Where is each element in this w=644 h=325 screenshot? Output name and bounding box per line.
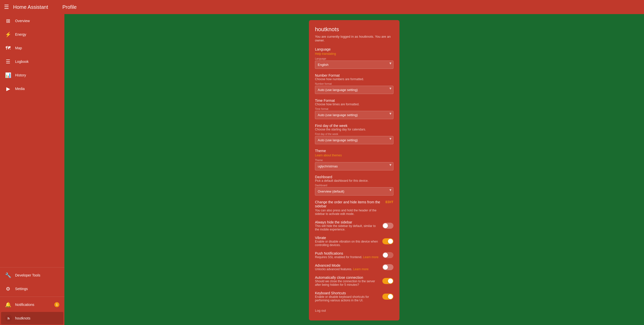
main-layout: ⊞ Overview ⚡ Energy 🗺 Map ☰ Logbook 📊 Hi… [0, 14, 644, 325]
sidebar-edit-button[interactable]: EDIT [385, 200, 393, 204]
auto-close-sublabel: Should we close the connection to the se… [315, 280, 379, 287]
time-format-sublabel: Choose how times are formatted. [315, 103, 393, 106]
sidebar-user[interactable]: h houtknots [1, 312, 63, 324]
number-format-sublabel: Choose how numbers are formatted. [315, 77, 393, 81]
language-label: Language [315, 47, 393, 51]
theme-select-wrapper: Theme uglychristmas default dark ▾ [315, 159, 393, 170]
always-hide-sidebar-text: Always hide the sidebar This will hide t… [315, 220, 379, 231]
keyboard-shortcuts-text: Keyboard Shortcuts Enable or disable key… [315, 291, 379, 302]
vibrate-label: Vibrate [315, 236, 379, 240]
push-notifications-sublabel: Requires SSL enabled for frontend. Learn… [315, 255, 379, 259]
avatar: h [5, 315, 12, 322]
keyboard-shortcuts-sublabel: Enable or disable keyboard shortcuts for… [315, 295, 379, 302]
dashboard-select-label: Dashboard [315, 184, 393, 187]
map-icon: 🗺 [5, 45, 11, 51]
content-area: houtknots You are currently logged in as… [64, 14, 644, 325]
vibrate-row: Vibrate Enable or disable vibration on t… [315, 236, 393, 247]
dashboard-field: Dashboard Pick a default dashboard for t… [315, 175, 393, 196]
sidebar-label-settings: Settings [15, 287, 28, 291]
profile-heading: houtknots [315, 26, 393, 33]
settings-icon: ⚙ [5, 286, 11, 292]
language-select[interactable]: English Dutch German [315, 61, 393, 69]
push-notifications-text: Push Notifications Requires SSL enabled … [315, 251, 379, 259]
sidebar-order-label: Change the order and hide items from the… [315, 200, 385, 208]
number-format-select[interactable]: Auto (use language setting) Comma decima… [315, 86, 393, 94]
first-day-select[interactable]: Auto (use language setting) Monday Sunda… [315, 136, 393, 144]
sidebar-item-developer-tools[interactable]: 🔧 Developer Tools [1, 269, 63, 282]
sidebar-divider [0, 267, 64, 267]
advanced-mode-toggle[interactable] [382, 264, 393, 270]
sidebar-item-overview[interactable]: ⊞ Overview [1, 15, 63, 27]
push-notifications-label: Push Notifications [315, 251, 379, 255]
dashboard-label: Dashboard [315, 175, 393, 179]
sidebar-label-history: History [15, 73, 26, 77]
advanced-mode-label: Advanced Mode [315, 263, 379, 267]
logout-button[interactable]: Log out [315, 307, 326, 314]
theme-select[interactable]: uglychristmas default dark [315, 162, 393, 170]
vibrate-text: Vibrate Enable or disable vibration on t… [315, 236, 379, 247]
always-hide-sidebar-toggle[interactable] [382, 223, 393, 229]
notifications-icon: 🔔 [5, 302, 11, 308]
sidebar-item-map[interactable]: 🗺 Map [1, 42, 63, 54]
auto-close-toggle[interactable] [382, 278, 393, 284]
language-select-wrapper: Language English Dutch German ▾ [315, 57, 393, 69]
sidebar-label-energy: Energy [15, 32, 26, 36]
keyboard-shortcuts-label: Keyboard Shortcuts [315, 291, 379, 295]
keyboard-shortcuts-row: Keyboard Shortcuts Enable or disable key… [315, 291, 393, 302]
sidebar-divider-2 [0, 297, 64, 297]
sidebar-item-media[interactable]: ▶ Media [1, 82, 63, 95]
topbar: ☰ Home Assistant Profile [0, 0, 644, 14]
time-format-label: Time Format [315, 99, 393, 103]
always-hide-sidebar-thumb [383, 223, 388, 228]
dashboard-select-wrapper: Dashboard Overview (default) ▾ [315, 184, 393, 196]
advanced-mode-link[interactable]: Learn more [353, 267, 368, 271]
number-format-field: Number Format Choose how numbers are for… [315, 73, 393, 94]
media-icon: ▶ [5, 86, 11, 92]
push-notifications-thumb [383, 253, 388, 258]
time-format-select-wrapper: Time format Auto (use language setting) … [315, 108, 393, 119]
sidebar-order-row: Change the order and hide items from the… [315, 200, 393, 216]
dashboard-select[interactable]: Overview (default) [315, 187, 393, 196]
vibrate-thumb [388, 239, 393, 244]
username-label: houtknots [15, 316, 30, 320]
menu-icon[interactable]: ☰ [4, 4, 9, 10]
time-format-select[interactable]: Auto (use language setting) 12-hour 24-h… [315, 111, 393, 119]
language-select-label: Language [315, 57, 393, 60]
sidebar-item-history[interactable]: 📊 History [1, 69, 63, 81]
sidebar-label-overview: Overview [15, 19, 30, 23]
first-day-select-wrapper: First day of the week Auto (use language… [315, 133, 393, 144]
history-icon: 📊 [5, 72, 11, 78]
auto-close-text: Automatically close connection Should we… [315, 275, 379, 287]
profile-card: houtknots You are currently logged in as… [309, 20, 399, 320]
first-day-select-label: First day of the week [315, 133, 393, 135]
advanced-mode-text: Advanced Mode Unlocks advanced features.… [315, 263, 379, 271]
push-notifications-toggle[interactable] [382, 252, 393, 258]
sidebar-item-energy[interactable]: ⚡ Energy [1, 28, 63, 41]
keyboard-shortcuts-thumb [388, 294, 393, 299]
always-hide-sidebar-sublabel: This will hide the sidebar by default, s… [315, 224, 379, 231]
language-field: Language Help translating Language Engli… [315, 47, 393, 69]
number-format-label: Number Format [315, 73, 393, 77]
dashboard-sublabel: Pick a default dashboard for this device… [315, 179, 393, 182]
app-title: Home Assistant [13, 4, 58, 10]
developer-tools-icon: 🔧 [5, 272, 11, 278]
advanced-mode-row: Advanced Mode Unlocks advanced features.… [315, 263, 393, 271]
sidebar-label-media: Media [15, 87, 25, 91]
time-format-field: Time Format Choose how times are formatt… [315, 99, 393, 119]
sidebar-item-logbook[interactable]: ☰ Logbook [1, 55, 63, 68]
first-day-sublabel: Choose the starting day for calendars. [315, 128, 393, 131]
auto-close-label: Automatically close connection [315, 275, 379, 280]
sidebar-label-logbook: Logbook [15, 60, 29, 64]
sidebar-label-map: Map [15, 46, 22, 50]
sidebar-item-settings[interactable]: ⚙ Settings [1, 283, 63, 295]
vibrate-toggle[interactable] [382, 238, 393, 244]
keyboard-shortcuts-toggle[interactable] [382, 294, 393, 300]
number-format-select-wrapper: Number format Auto (use language setting… [315, 82, 393, 94]
help-translating-link[interactable]: Help translating [315, 52, 336, 56]
always-hide-sidebar-label: Always hide the sidebar [315, 220, 379, 224]
push-notifications-link[interactable]: Learn more [363, 255, 378, 259]
sidebar-item-notifications[interactable]: 🔔 Notifications 1 [1, 298, 63, 311]
learn-about-themes-link[interactable]: Learn about themes [315, 154, 342, 157]
first-day-label: First day of the week [315, 124, 393, 128]
push-notifications-row: Push Notifications Requires SSL enabled … [315, 251, 393, 259]
